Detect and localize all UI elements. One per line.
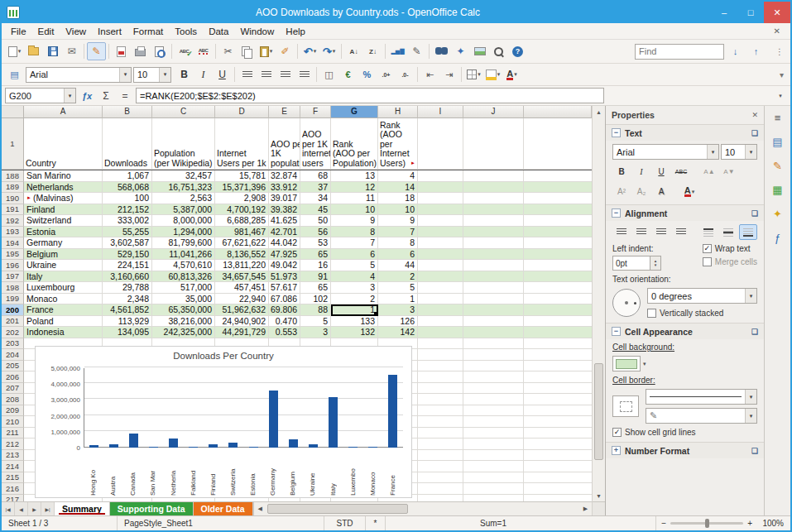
first-sheet-button[interactable]: |◀ (2, 502, 15, 515)
cell-H201[interactable]: 126 (378, 316, 418, 328)
cell-A190[interactable]: ►(Malvinas) (24, 193, 103, 204)
cell-F200[interactable]: 88 (300, 304, 331, 316)
wrap-text-check-icon[interactable] (703, 244, 712, 253)
cell-J203[interactable] (463, 338, 524, 350)
cell-C1[interactable]: Population (per Wikipedia) (152, 118, 215, 170)
number-currency-button[interactable]: € (338, 65, 358, 84)
copy-button[interactable] (238, 42, 257, 60)
cell-E188[interactable]: 32.874 (269, 170, 300, 182)
number-format-more-options-icon[interactable]: ❏ (751, 447, 758, 455)
cell-J209[interactable] (463, 405, 524, 417)
cell-J200[interactable] (463, 304, 524, 316)
cell-F191[interactable]: 45 (300, 204, 331, 216)
paste-button[interactable]: ▾ (257, 42, 276, 60)
cell-J215[interactable] (463, 472, 524, 484)
cell-A196[interactable]: Ukraine (24, 260, 103, 271)
borders-button[interactable]: ▾ (464, 65, 483, 84)
page-preview-button[interactable] (150, 42, 169, 60)
functions-deck-icon[interactable]: ƒ (769, 228, 787, 247)
paste-dropdown-icon[interactable]: ▾ (270, 48, 273, 55)
cell-E199[interactable]: 67.086 (269, 294, 300, 305)
equals-button[interactable]: = (117, 88, 133, 103)
cell-D198[interactable]: 457,451 (215, 282, 269, 294)
cell-I197[interactable] (418, 271, 463, 283)
row-header-199[interactable]: 199 (2, 294, 24, 305)
cell-H195[interactable]: 6 (378, 249, 418, 261)
sidebar-font-name-dropdown-icon[interactable]: ▾ (707, 145, 718, 159)
cell-E194[interactable]: 44.042 (269, 237, 300, 249)
sidebar-menu-icon[interactable]: ≡ (769, 108, 787, 127)
cell-A199[interactable]: Monaco (24, 294, 103, 305)
cell-J1[interactable] (463, 118, 524, 170)
cell-J192[interactable] (463, 215, 524, 227)
line-color-combo[interactable]: ✎ ▾ (646, 408, 757, 424)
orientation-combo[interactable]: 0 degrees ▾ (647, 288, 757, 304)
cell-F192[interactable]: 50 (300, 215, 331, 227)
row-header-215[interactable]: 215 (2, 472, 24, 484)
cell-E1[interactable]: AOO per 1K population► (269, 118, 300, 170)
zoom-in-icon[interactable]: + (747, 519, 752, 528)
show-gridlines-checkbox[interactable]: Show cell grid lines (612, 428, 757, 437)
cell-G194[interactable]: 7 (331, 237, 378, 249)
cell-I202[interactable] (418, 327, 463, 338)
find-replace-button[interactable] (432, 42, 451, 60)
styles-deck-icon[interactable]: ✎ (769, 156, 787, 175)
autospellcheck-button[interactable]: ABC (194, 42, 213, 60)
row-header-200[interactable]: 200 (2, 304, 24, 316)
cell-G188[interactable]: 13 (331, 170, 378, 182)
cell-E191[interactable]: 39.382 (269, 204, 300, 216)
cell-D192[interactable]: 6,688,285 (215, 215, 269, 227)
cell-E200[interactable]: 69.806 (269, 304, 300, 316)
cell-H202[interactable]: 142 (378, 327, 418, 338)
cell-J195[interactable] (463, 249, 524, 261)
cell-B201[interactable]: 113,929 (103, 316, 152, 328)
cell-D189[interactable]: 15,371,396 (215, 182, 269, 194)
zoom-out-icon[interactable]: − (661, 519, 666, 528)
cell-B1[interactable]: Downloads (103, 118, 152, 170)
cell-J204[interactable] (463, 349, 524, 361)
row-header-201[interactable]: 201 (2, 316, 24, 328)
cell-D191[interactable]: 4,700,192 (215, 204, 269, 216)
cell-J199[interactable] (463, 294, 524, 305)
cell-J198[interactable] (463, 282, 524, 294)
navigator-button[interactable]: ✦ (451, 42, 470, 60)
horizontal-scrollbar[interactable]: ◀ ▶ (253, 502, 592, 515)
gallery-deck-icon[interactable]: ▦ (769, 180, 787, 199)
cell-appearance-more-options-icon[interactable]: ❏ (751, 328, 758, 336)
sheet-tab-older-data[interactable]: Older Data (194, 502, 253, 515)
cell-I191[interactable] (418, 204, 463, 216)
next-sheet-button[interactable]: ▶ (28, 502, 41, 515)
row-header-205[interactable]: 205 (2, 361, 24, 372)
sidebar-font-name-combo[interactable]: Arial ▾ (612, 144, 719, 160)
cell-G199[interactable]: 2 (331, 294, 378, 305)
row-header-202[interactable]: 202 (2, 327, 24, 338)
cell-F197[interactable]: 91 (300, 271, 331, 283)
column-header-E[interactable]: E (269, 106, 300, 118)
cell-H190[interactable]: 18 (378, 193, 418, 204)
section-cell-appearance-header[interactable]: − Cell Appearance ❏ (606, 324, 764, 339)
cell-I212[interactable] (418, 439, 463, 450)
spreadsheet-grid[interactable]: ABCDEFGHIJ1CountryDownloadsPopulation (p… (2, 106, 592, 501)
cell-D195[interactable]: 8,136,552 (215, 249, 269, 261)
row-header-197[interactable]: 197 (2, 271, 24, 283)
properties-deck-icon[interactable]: ▤ (769, 132, 787, 151)
section-number-format-header[interactable]: + Number Format ❏ (606, 443, 764, 458)
cut-button[interactable]: ✂ (218, 42, 238, 60)
sidebar-shadow-button[interactable]: A (652, 184, 670, 199)
cell-I201[interactable] (418, 316, 463, 328)
section-alignment-header[interactable]: − Alignment ❏ (606, 205, 764, 221)
cell-C191[interactable]: 5,387,000 (152, 204, 215, 216)
cell-I210[interactable] (418, 416, 463, 428)
cell-B202[interactable]: 134,095 (103, 327, 152, 338)
cell-C194[interactable]: 81,799,600 (152, 237, 215, 249)
cell-J206[interactable] (463, 371, 524, 383)
zoom-button[interactable] (489, 42, 508, 60)
cell-F188[interactable]: 68 (300, 170, 331, 182)
font-size-dropdown-icon[interactable]: ▾ (159, 68, 170, 82)
cell-C193[interactable]: 1,294,000 (152, 227, 215, 238)
left-indent-value[interactable]: 0pt (612, 256, 650, 271)
menu-file[interactable]: File (5, 25, 32, 38)
sidebar-font-size-dropdown-icon[interactable]: ▾ (745, 145, 756, 159)
cell-J205[interactable] (463, 361, 524, 372)
maximize-button[interactable]: □ (737, 2, 764, 23)
